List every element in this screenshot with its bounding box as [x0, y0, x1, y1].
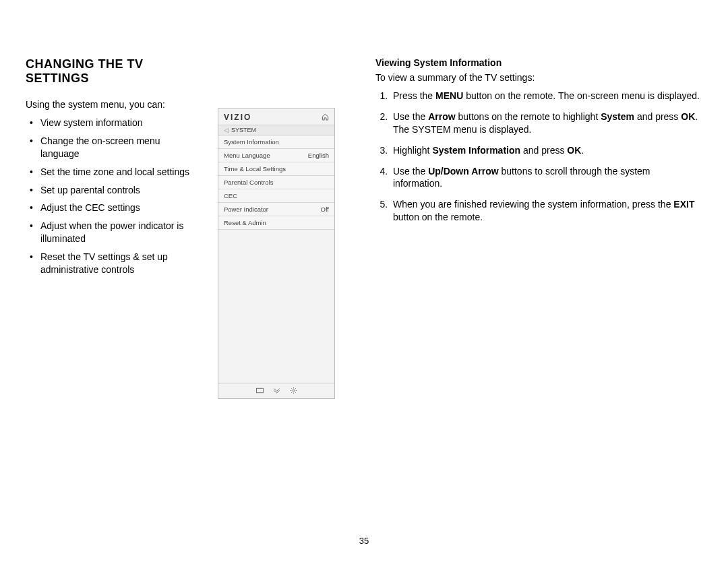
tv-menu-row: Reset & Admin: [218, 216, 334, 230]
list-item: Adjust the CEC settings: [40, 201, 198, 214]
step-item: Highlight System Information and press O…: [390, 144, 701, 157]
tv-row-label: System Information: [224, 138, 279, 146]
list-item: Set up parental controls: [40, 184, 198, 197]
section-heading: Viewing System Information: [375, 57, 701, 68]
tv-row-label: Parental Controls: [224, 179, 273, 186]
list-item: Reset the TV settings & set up administr…: [40, 251, 198, 276]
step-item: Use the Arrow buttons on the remote to h…: [390, 111, 701, 136]
tv-menu-row: Power IndicatorOff: [218, 203, 334, 216]
step-item: When you are finished reviewing the syst…: [390, 198, 701, 224]
tv-row-label: Menu Language: [224, 152, 270, 159]
vizio-logo: VIZIO: [224, 113, 251, 122]
gear-icon: [290, 387, 297, 394]
tv-row-label: CEC: [224, 192, 237, 199]
breadcrumb-label: SYSTEM: [231, 127, 256, 133]
step-item: Press the MENU button on the remote. The…: [390, 90, 701, 102]
list-item: View system information: [40, 117, 198, 129]
tv-menu-footer: [218, 383, 334, 398]
tv-menu-breadcrumb: ◁ SYSTEM: [218, 125, 334, 135]
tv-menu-row: Time & Local Settings: [218, 162, 334, 176]
svg-point-1: [293, 389, 295, 392]
step-item: Use the Up/Down Arrow buttons to scroll …: [390, 165, 701, 191]
chevron-down-icon: [273, 387, 280, 394]
tv-row-label: Time & Local Settings: [224, 165, 286, 173]
capabilities-list: View system information Change the on-sc…: [26, 117, 198, 276]
intro-text: Using the system menu, you can:: [26, 99, 198, 110]
svg-rect-0: [256, 388, 263, 392]
tv-row-value: Off: [321, 206, 330, 213]
tv-menu-header: VIZIO: [218, 108, 334, 125]
tv-menu-row: CEC: [218, 189, 334, 203]
home-icon: [322, 113, 329, 122]
page-heading: CHANGING THE TV SETTINGS: [26, 57, 198, 86]
tv-menu-illustration: VIZIO ◁ SYSTEM System Information Menu L…: [218, 108, 335, 399]
list-item: Adjust when the power indicator is illum…: [40, 220, 198, 245]
page-number: 35: [0, 536, 728, 546]
tv-menu-row: Menu LanguageEnglish: [218, 149, 334, 162]
steps-list: Press the MENU button on the remote. The…: [375, 90, 701, 224]
list-item: Change the on-screen menu language: [40, 135, 198, 160]
tv-row-value: English: [308, 152, 329, 159]
tv-menu-row: Parental Controls: [218, 176, 334, 189]
tv-row-label: Power Indicator: [224, 206, 268, 213]
wide-icon: [256, 387, 264, 394]
tv-row-label: Reset & Admin: [224, 219, 266, 226]
section-intro: To view a summary of the TV settings:: [375, 72, 701, 83]
list-item: Set the time zone and local settings: [40, 166, 198, 179]
back-icon: ◁: [224, 127, 229, 133]
tv-menu-row: System Information: [218, 135, 334, 149]
